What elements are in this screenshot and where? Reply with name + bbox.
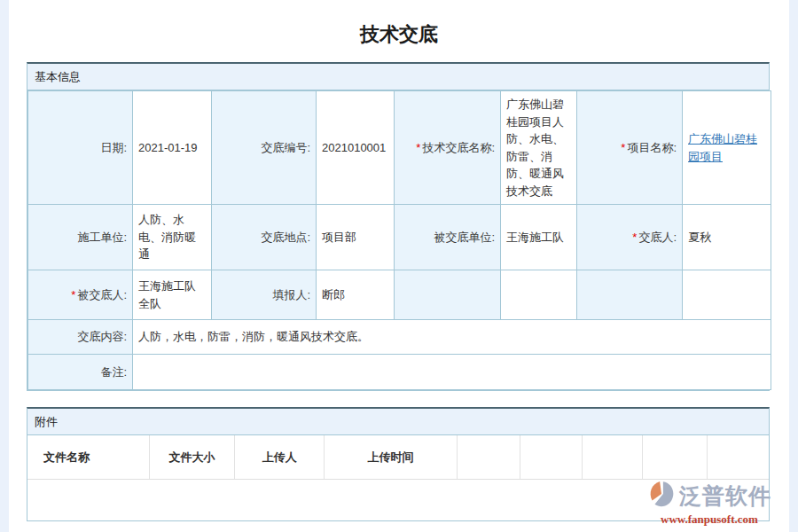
briefer-label-cell: *交底人: <box>577 205 683 270</box>
date-label: 日期: <box>100 141 127 154</box>
table-row: *被交底人: 王海施工队全队 填报人: 断郎 <box>28 270 771 320</box>
content-label: 交底内容: <box>77 330 127 343</box>
content-label-cell: 交底内容: <box>28 320 133 355</box>
briefing-place-value: 项目部 <box>322 231 356 244</box>
briefing-name-label-cell: *技术交底名称: <box>395 91 501 205</box>
briefing-name-value-cell: 广东佛山碧桂园项目人防、水电、防雷、消防、暖通风技术交底 <box>501 91 577 205</box>
column-header-empty <box>708 435 769 479</box>
briefing-name-label: 技术交底名称: <box>422 141 495 154</box>
project-name-label: 项目名称: <box>627 141 677 154</box>
empty-value-cell <box>683 270 771 320</box>
attachments-header-row: 文件名称 文件大小 上传人 上传时间 <box>27 435 769 480</box>
project-name-label-cell: *项目名称: <box>577 91 683 205</box>
basic-info-section: 基本信息 日期: 2021-01-19 交底编号: 2021010001 *技术… <box>27 62 770 391</box>
required-marker: * <box>621 141 625 154</box>
briefed-unit-value-cell: 王海施工队 <box>501 205 577 270</box>
column-header-file-size: 文件大小 <box>150 435 236 479</box>
date-label-cell: 日期: <box>28 91 133 205</box>
briefed-unit-value: 王海施工队 <box>506 231 564 244</box>
filler-value-cell: 断郎 <box>317 270 395 320</box>
briefing-place-value-cell: 项目部 <box>317 205 395 270</box>
table-row: 交底内容: 人防，水电，防雷，消防，暖通风技术交底。 <box>28 320 771 355</box>
content-card: 技术交底 基本信息 日期: 2021-01-19 交底编号: 202101000… <box>9 0 789 532</box>
column-header-uploader: 上传人 <box>235 435 325 479</box>
basic-info-table: 日期: 2021-01-19 交底编号: 2021010001 *技术交底名称:… <box>27 90 771 390</box>
construction-unit-value: 人防、水电、消防暖通 <box>138 213 196 261</box>
date-value-cell: 2021-01-19 <box>133 91 212 205</box>
vendor-watermark: 泛普软件 www.fanpusoft.com <box>647 480 771 527</box>
briefed-unit-label-cell: 被交底单位: <box>395 205 501 270</box>
required-marker: * <box>416 141 420 154</box>
fanpu-logo-icon <box>647 480 676 512</box>
briefing-no-label: 交底编号: <box>261 141 310 154</box>
briefing-name-value: 广东佛山碧桂园项目人防、水电、防雷、消防、暖通风技术交底 <box>506 98 564 198</box>
date-value: 2021-01-19 <box>138 141 198 154</box>
section-gap <box>9 391 789 407</box>
project-name-value-cell: 广东佛山碧桂园项目 <box>683 91 771 205</box>
briefed-person-label-cell: *被交底人: <box>28 270 133 320</box>
briefed-person-value: 王海施工队全队 <box>138 279 196 310</box>
briefing-no-value: 2021010001 <box>322 141 386 154</box>
column-header-upload-time: 上传时间 <box>325 435 458 479</box>
content-value: 人防，水电，防雷，消防，暖通风技术交底。 <box>138 330 369 343</box>
empty-value-cell <box>501 270 577 320</box>
briefed-unit-label: 被交底单位: <box>434 231 495 244</box>
attachments-section-title: 附件 <box>27 409 769 435</box>
table-row: 备注: <box>28 355 771 390</box>
empty-label-cell <box>395 270 501 320</box>
page-title: 技术交底 <box>9 0 789 62</box>
briefer-value: 夏秋 <box>688 231 711 244</box>
watermark-brand-text: 泛普软件 <box>679 485 771 507</box>
remark-label-cell: 备注: <box>28 355 133 390</box>
remark-value-cell <box>133 355 771 390</box>
briefed-person-label: 被交底人: <box>77 288 127 301</box>
empty-label-cell <box>577 270 683 320</box>
briefer-label: 交底人: <box>638 231 677 244</box>
construction-unit-label-cell: 施工单位: <box>28 205 133 270</box>
required-marker: * <box>71 288 75 301</box>
construction-unit-label: 施工单位: <box>77 231 127 244</box>
project-name-link[interactable]: 广东佛山碧桂园项目 <box>688 132 757 163</box>
remark-label: 备注: <box>100 365 127 379</box>
content-value-cell: 人防，水电，防雷，消防，暖通风技术交底。 <box>133 320 771 355</box>
table-row: 日期: 2021-01-19 交底编号: 2021010001 *技术交底名称:… <box>28 91 771 205</box>
briefed-person-value-cell: 王海施工队全队 <box>133 270 212 320</box>
briefing-place-label: 交底地点: <box>261 231 310 244</box>
briefing-place-label-cell: 交底地点: <box>212 205 317 270</box>
briefer-value-cell: 夏秋 <box>683 205 771 270</box>
column-header-empty <box>458 435 520 479</box>
briefing-no-value-cell: 2021010001 <box>317 91 395 205</box>
filler-label: 填报人: <box>272 288 310 301</box>
column-header-empty <box>583 435 644 479</box>
watermark-url-text: www.fanpusoft.com <box>647 512 771 527</box>
filler-value: 断郎 <box>322 288 345 301</box>
column-header-empty <box>520 435 583 479</box>
filler-label-cell: 填报人: <box>212 270 317 320</box>
briefing-no-label-cell: 交底编号: <box>212 91 317 205</box>
required-marker: * <box>632 231 637 244</box>
column-header-empty <box>643 435 708 479</box>
construction-unit-value-cell: 人防、水电、消防暖通 <box>133 205 212 270</box>
column-header-file-name: 文件名称 <box>27 435 150 479</box>
basic-info-section-title: 基本信息 <box>27 64 769 90</box>
table-row: 施工单位: 人防、水电、消防暖通 交底地点: 项目部 被交底单位: 王海施工队 … <box>28 205 771 270</box>
